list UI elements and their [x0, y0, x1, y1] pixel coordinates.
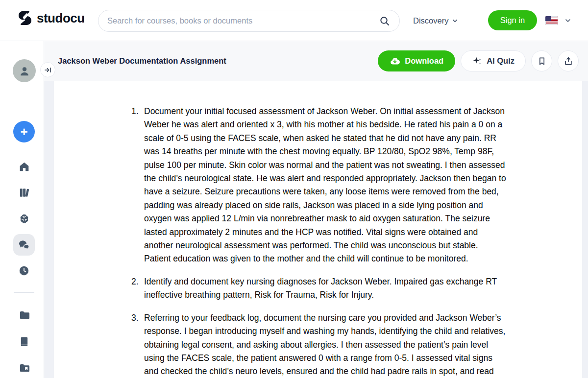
- chevron-down-icon: [451, 17, 459, 24]
- toolbar-actions: Download AI Quiz: [378, 50, 579, 71]
- sidebar-item-recent[interactable]: [13, 260, 35, 282]
- studocu-wordmark: studocu: [37, 11, 85, 26]
- sidebar-item-courses[interactable]: [13, 331, 35, 352]
- top-navigation: studocu Discovery Sign in: [0, 0, 588, 41]
- clock-icon: [19, 265, 29, 276]
- sidebar-item-ai[interactable]: [13, 208, 35, 229]
- search-bar[interactable]: [98, 10, 400, 32]
- sparkles-icon: [472, 56, 483, 67]
- download-label: Download: [405, 56, 443, 66]
- chevron-down-icon: [564, 17, 572, 24]
- language-selector[interactable]: [545, 0, 572, 41]
- doc-item-number: 2.: [131, 275, 144, 302]
- sidebar-item-home[interactable]: [13, 156, 35, 177]
- sidebar-item-messages[interactable]: [13, 234, 35, 256]
- bookmark-button[interactable]: [531, 50, 552, 71]
- doc-item-number: 3.: [131, 311, 144, 378]
- ai-quiz-label: AI Quiz: [487, 56, 514, 66]
- document-body: 1. Document your initial focused assessm…: [54, 81, 582, 378]
- search-input[interactable]: [107, 16, 379, 25]
- discovery-label: Discovery: [413, 16, 448, 25]
- expand-right-icon: [44, 67, 52, 73]
- document-toolbar: Jackson Weber Documentation Assignment D…: [44, 41, 588, 81]
- folder-icon: [19, 309, 30, 321]
- discovery-menu[interactable]: Discovery: [413, 0, 459, 41]
- sidebar-item-saved[interactable]: [13, 357, 35, 378]
- brain-icon: [19, 213, 30, 224]
- book-icon: [19, 336, 30, 347]
- document-viewer: 1. Document your initial focused assessm…: [44, 81, 588, 378]
- home-icon: [19, 161, 30, 172]
- studocu-logo-icon: [17, 10, 33, 26]
- doc-item-number: 1.: [131, 105, 144, 266]
- sidebar-item-folders[interactable]: [13, 304, 35, 326]
- download-button[interactable]: Download: [378, 50, 455, 71]
- ai-quiz-button[interactable]: AI Quiz: [461, 50, 526, 71]
- bookmark-icon: [537, 56, 547, 66]
- us-flag-icon: [545, 16, 558, 25]
- folder-bookmark-icon: [19, 362, 30, 374]
- cloud-download-icon: [390, 56, 400, 67]
- share-button[interactable]: [558, 50, 579, 71]
- doc-list-item: 2. Identify and document key nursing dia…: [131, 275, 560, 302]
- left-sidebar: +: [0, 41, 44, 378]
- doc-item-text: Document your initial focused assessment…: [144, 105, 507, 266]
- sign-in-button[interactable]: Sign in: [488, 10, 537, 30]
- avatar[interactable]: [13, 59, 36, 82]
- studocu-logo[interactable]: studocu: [17, 10, 85, 26]
- doc-list-item: 3. Referring to your feedback log, docum…: [131, 311, 560, 378]
- document-page: 1. Document your initial focused assessm…: [54, 81, 582, 378]
- doc-item-text: Referring to your feedback log, document…: [144, 311, 507, 378]
- share-icon: [564, 56, 573, 66]
- chat-bubbles-icon: [18, 238, 30, 251]
- sidebar-item-library[interactable]: [13, 182, 35, 203]
- doc-item-text: Identify and document key nursing diagno…: [144, 275, 507, 302]
- books-icon: [19, 187, 30, 198]
- add-button[interactable]: +: [13, 121, 35, 142]
- sidebar-divider: [14, 292, 34, 293]
- page-title: Jackson Weber Documentation Assignment: [58, 56, 226, 66]
- doc-list-item: 1. Document your initial focused assessm…: [131, 105, 560, 266]
- sidebar-expand-button[interactable]: [40, 62, 55, 77]
- search-icon[interactable]: [379, 15, 391, 27]
